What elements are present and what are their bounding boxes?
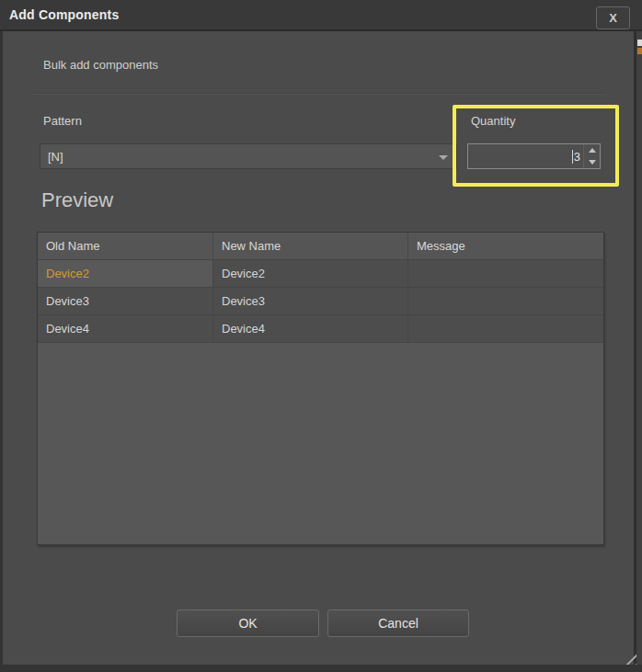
cell-message[interactable] [408, 260, 603, 287]
quantity-value: 3 [574, 150, 580, 164]
arrow-down-icon [589, 160, 596, 165]
cancel-button[interactable]: Cancel [327, 609, 469, 637]
quantity-label: Quantity [471, 114, 515, 128]
window-frame-left [0, 31, 3, 672]
chevron-down-icon [439, 155, 448, 160]
cell-message[interactable] [408, 288, 603, 314]
ok-button[interactable]: OK [177, 609, 319, 637]
column-header-new-name[interactable]: New Name [213, 233, 408, 259]
table-row[interactable]: Device2 Device2 [38, 260, 603, 288]
window-frame-right [634, 31, 642, 672]
cell-old-name[interactable]: Device4 [38, 315, 213, 342]
separator-line [33, 93, 605, 95]
background-window-artifact [637, 48, 642, 54]
table-row[interactable]: Device3 Device3 [38, 288, 603, 315]
spin-down-button[interactable] [584, 156, 600, 168]
pattern-dropdown[interactable]: [N] [40, 143, 457, 169]
cell-message[interactable] [408, 315, 603, 342]
quantity-value-area[interactable]: 3 [468, 144, 583, 168]
window-frame-bottom [0, 665, 642, 672]
resize-grip-icon[interactable] [620, 650, 636, 665]
spin-up-button[interactable] [584, 144, 600, 156]
cell-old-name[interactable]: Device2 [38, 260, 213, 287]
column-header-old-name[interactable]: Old Name [38, 233, 213, 259]
cell-new-name[interactable]: Device4 [213, 315, 408, 342]
add-components-dialog: Add Components X Bulk add components Pat… [0, 0, 642, 672]
background-window-artifact [637, 40, 642, 46]
dialog-title: Add Components [9, 7, 119, 22]
close-button[interactable]: X [596, 6, 630, 29]
titlebar: Add Components [0, 0, 642, 31]
pattern-dropdown-value: [N] [48, 150, 63, 164]
table-row[interactable]: Device4 Device4 [38, 315, 603, 343]
text-cursor [572, 150, 573, 164]
dialog-description: Bulk add components [43, 58, 158, 72]
column-header-message[interactable]: Message [408, 233, 603, 259]
cell-old-name[interactable]: Device3 [38, 288, 213, 314]
spinner-buttons [583, 144, 600, 168]
cell-new-name[interactable]: Device3 [213, 288, 408, 314]
close-icon: X [609, 11, 617, 25]
quantity-stepper[interactable]: 3 [467, 143, 601, 169]
preview-table: Old Name New Name Message Device2 Device… [37, 232, 604, 545]
pattern-label: Pattern [43, 114, 82, 128]
table-header-row: Old Name New Name Message [38, 233, 603, 260]
preview-heading: Preview [41, 188, 113, 212]
cell-new-name[interactable]: Device2 [213, 260, 408, 287]
arrow-up-icon [589, 148, 596, 153]
